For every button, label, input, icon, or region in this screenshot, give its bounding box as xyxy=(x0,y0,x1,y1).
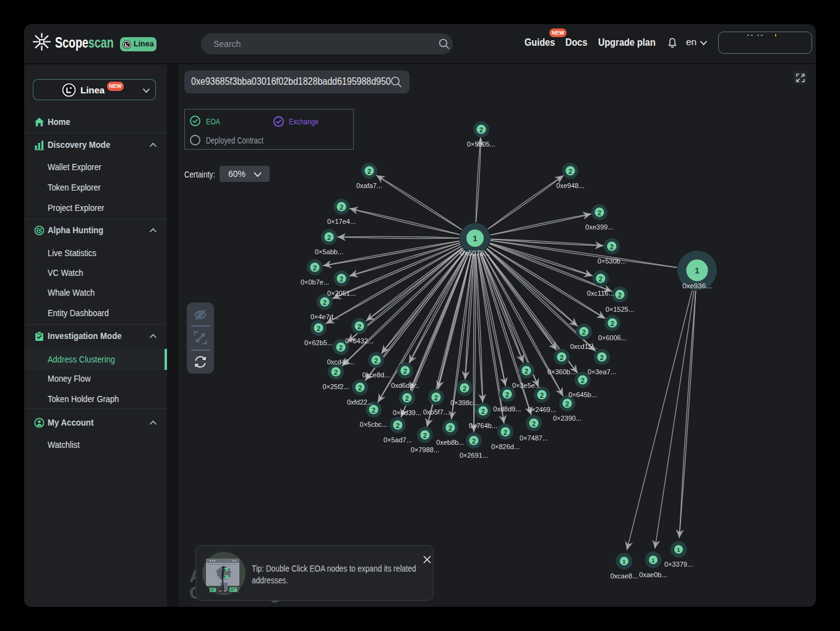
svg-text:2: 2 xyxy=(598,209,601,217)
svg-text:1: 1 xyxy=(651,557,655,564)
svg-text:0×6006...: 0×6006... xyxy=(598,334,627,341)
svg-text:2: 2 xyxy=(560,354,564,361)
svg-text:2: 2 xyxy=(334,369,338,376)
svg-text:2: 2 xyxy=(448,424,452,432)
svg-text:2: 2 xyxy=(340,275,343,283)
svg-text:0×0b7e...: 0×0b7e... xyxy=(301,278,329,286)
svg-text:0×398c...: 0×398c... xyxy=(450,399,479,406)
svg-text:2: 2 xyxy=(472,437,476,445)
svg-text:2: 2 xyxy=(505,391,509,398)
svg-text:0×4e7d...: 0×4e7d... xyxy=(311,313,339,320)
svg-text:0×764b...: 0×764b... xyxy=(469,422,497,429)
svg-text:2: 2 xyxy=(481,408,485,415)
svg-text:2: 2 xyxy=(525,367,528,375)
svg-text:2: 2 xyxy=(504,429,507,436)
svg-text:0×5a05...: 0×5a05... xyxy=(467,140,495,148)
svg-text:0×6432...: 0×6432... xyxy=(345,337,374,345)
svg-text:1: 1 xyxy=(695,266,700,275)
svg-text:2: 2 xyxy=(374,357,378,364)
svg-text:0xcd15...: 0xcd15... xyxy=(570,343,598,350)
svg-text:2: 2 xyxy=(581,377,585,384)
svg-text:1: 1 xyxy=(677,546,680,553)
svg-text:2: 2 xyxy=(405,395,409,402)
svg-text:2: 2 xyxy=(611,320,614,327)
svg-text:0×25f2...: 0×25f2... xyxy=(322,383,349,390)
svg-text:0×3379...: 0×3379... xyxy=(664,560,693,568)
svg-text:2: 2 xyxy=(610,243,614,251)
svg-text:2: 2 xyxy=(323,299,327,306)
svg-text:2: 2 xyxy=(340,204,343,211)
svg-text:2: 2 xyxy=(372,406,375,414)
svg-text:0×7487...: 0×7487... xyxy=(520,434,548,442)
svg-text:0×5075...: 0×5075... xyxy=(460,249,490,257)
svg-text:0×3ea7...: 0×3ea7... xyxy=(588,368,616,376)
svg-text:2: 2 xyxy=(600,354,604,361)
svg-text:0xcd48...: 0xcd48... xyxy=(327,358,355,366)
svg-text:2: 2 xyxy=(339,344,343,351)
svg-text:2: 2 xyxy=(403,367,407,375)
svg-text:0×2691...: 0×2691... xyxy=(460,452,488,459)
svg-text:2: 2 xyxy=(599,275,602,283)
svg-text:2: 2 xyxy=(313,264,317,272)
svg-text:2: 2 xyxy=(367,168,371,175)
svg-text:2: 2 xyxy=(479,126,483,134)
svg-text:2: 2 xyxy=(540,392,544,399)
svg-text:2: 2 xyxy=(618,291,622,299)
svg-text:1: 1 xyxy=(473,234,478,243)
svg-text:0×360b...: 0×360b... xyxy=(547,368,576,376)
svg-text:2: 2 xyxy=(582,328,586,336)
svg-text:0xe399...: 0xe399... xyxy=(585,223,613,231)
svg-text:0xae0b...: 0xae0b... xyxy=(639,571,667,578)
svg-text:0×2390...: 0×2390... xyxy=(553,414,581,422)
svg-text:2: 2 xyxy=(463,385,466,392)
svg-text:2: 2 xyxy=(396,422,400,429)
svg-text:0×5cbc...: 0×5cbc... xyxy=(360,421,388,428)
svg-text:0xc116...: 0xc116... xyxy=(587,290,614,297)
svg-text:0×3e5e...: 0×3e5e... xyxy=(512,382,541,389)
svg-text:0xe936...: 0xe936... xyxy=(682,282,711,290)
svg-text:0xb5f7...: 0xb5f7... xyxy=(423,408,449,416)
svg-text:0xfd22...: 0xfd22... xyxy=(347,398,373,406)
svg-text:0xd8d9...: 0xd8d9... xyxy=(493,405,521,413)
svg-text:0xcae8...: 0xcae8... xyxy=(611,572,638,580)
svg-text:0×1525...: 0×1525... xyxy=(606,306,634,313)
svg-text:0×645b...: 0×645b... xyxy=(568,391,597,398)
svg-text:0xd6dd...: 0xd6dd... xyxy=(391,382,419,389)
svg-text:0×530b...: 0×530b... xyxy=(598,257,626,265)
svg-text:0×4d39...: 0×4d39... xyxy=(393,409,421,416)
svg-text:2: 2 xyxy=(568,168,572,175)
svg-text:0xeb8b...: 0xeb8b... xyxy=(436,439,464,446)
svg-text:0×826d...: 0×826d... xyxy=(491,443,520,450)
svg-text:2: 2 xyxy=(327,234,331,241)
svg-text:0×2051...: 0×2051... xyxy=(327,290,356,297)
svg-text:2: 2 xyxy=(358,384,362,392)
svg-text:0xafa7...: 0xafa7... xyxy=(356,182,382,189)
svg-text:2: 2 xyxy=(532,420,536,427)
svg-text:2: 2 xyxy=(423,432,427,439)
svg-text:1: 1 xyxy=(622,558,626,565)
svg-text:0xe948...: 0xe948... xyxy=(556,182,584,189)
svg-text:2: 2 xyxy=(317,325,320,332)
svg-text:0×2469...: 0×2469... xyxy=(528,406,556,413)
svg-text:2: 2 xyxy=(358,323,361,330)
svg-text:0xce8d...: 0xce8d... xyxy=(362,371,390,379)
svg-text:0×62b5...: 0×62b5... xyxy=(304,339,333,346)
svg-text:2: 2 xyxy=(565,400,569,408)
svg-text:0×17e4...: 0×17e4... xyxy=(327,218,356,225)
svg-text:0×5ad7...: 0×5ad7... xyxy=(384,436,412,444)
svg-text:0×5abb...: 0×5abb... xyxy=(315,248,343,255)
svg-text:2: 2 xyxy=(434,394,438,401)
svg-text:0×7988...: 0×7988... xyxy=(411,446,439,453)
